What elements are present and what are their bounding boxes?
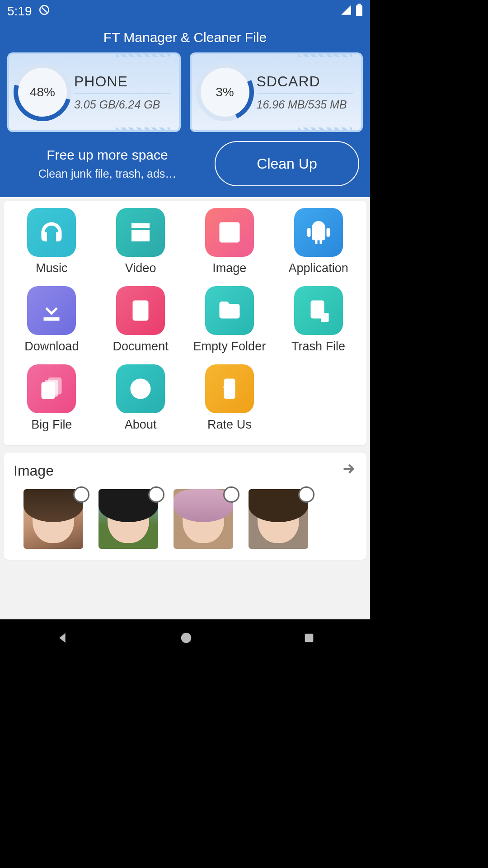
svg-rect-13 [48,377,62,395]
nav-back-icon[interactable] [55,631,70,647]
storage-card-sdcard[interactable]: 3% SDCARD 16.96 MB/535 MB [190,52,363,132]
image-thumbnail[interactable] [249,489,308,549]
image-thumbnail[interactable] [99,489,158,549]
battery-icon [356,4,363,19]
nav-home-icon[interactable] [179,631,193,646]
categories-panel: Music Video Image Application Download D… [4,201,366,445]
status-time: 5:19 [7,4,32,19]
category-label: Empty Folder [193,340,266,354]
category-download[interactable]: Download [7,286,96,354]
cleanup-title: Free up more space [11,147,204,163]
category-label: Trash File [291,340,345,354]
svg-point-4 [231,226,235,230]
category-label: Big File [31,418,72,432]
phone-storage-name: PHONE [74,73,171,90]
image-section-title: Image [14,462,54,479]
headphones-icon [27,208,76,257]
category-rate-us[interactable]: Rate Us [185,364,274,432]
category-about[interactable]: About [96,364,185,432]
category-label: Download [24,340,79,354]
category-video[interactable]: Video [96,208,185,275]
rate-icon [205,364,254,413]
svg-rect-1 [356,5,362,16]
doc-icon [116,286,165,335]
phone-storage-size: 3.05 GB/6.24 GB [74,98,171,111]
svg-rect-5 [307,228,311,237]
svg-rect-16 [305,634,313,642]
svg-rect-2 [358,4,361,5]
status-bar: 5:19 [0,0,370,23]
nav-recent-icon[interactable] [303,632,315,646]
category-label: Application [289,261,348,275]
svg-rect-6 [326,228,330,237]
header: FT Manager & Cleaner File 48% PHONE 3.05… [0,23,370,197]
info-icon [116,364,165,413]
svg-rect-10 [321,313,329,322]
android-nav-bar [0,619,370,658]
category-label: Document [113,340,169,354]
folder-search-icon [205,286,254,335]
android-icon [294,208,343,257]
category-application[interactable]: Application [274,208,363,275]
clapper-icon [116,208,165,257]
category-label: Music [36,261,68,275]
files-icon [27,364,76,413]
svg-rect-3 [219,222,239,243]
category-label: Video [125,261,156,275]
no-icon [38,4,50,19]
sdcard-storage-size: 16.96 MB/535 MB [257,98,353,111]
image-section: Image [4,453,366,560]
download-icon [27,286,76,335]
picture-icon [205,208,254,257]
trash-doc-icon [294,286,343,335]
image-section-more-arrow-icon[interactable] [340,461,357,481]
image-thumbnail[interactable] [23,489,83,549]
category-empty-folder[interactable]: Empty Folder [185,286,274,354]
sdcard-usage-gauge: 3% [200,67,250,118]
category-label: About [125,418,157,432]
app-title: FT Manager & Cleaner File [7,28,363,52]
category-document[interactable]: Document [96,286,185,354]
sdcard-storage-name: SDCARD [257,73,353,90]
category-music[interactable]: Music [7,208,96,275]
category-label: Rate Us [207,418,252,432]
clean-up-button[interactable]: Clean Up [215,141,359,186]
signal-icon [340,4,352,19]
image-thumbnail[interactable] [174,489,233,549]
phone-usage-gauge: 48% [17,67,68,118]
cleanup-subtitle: Clean junk file, trash, ads… [11,167,204,180]
category-trash-file[interactable]: Trash File [274,286,363,354]
category-big-file[interactable]: Big File [7,364,96,432]
storage-card-phone[interactable]: 48% PHONE 3.05 GB/6.24 GB [7,52,181,132]
svg-point-15 [181,633,191,643]
category-label: Image [212,261,246,275]
category-image[interactable]: Image [185,208,274,275]
